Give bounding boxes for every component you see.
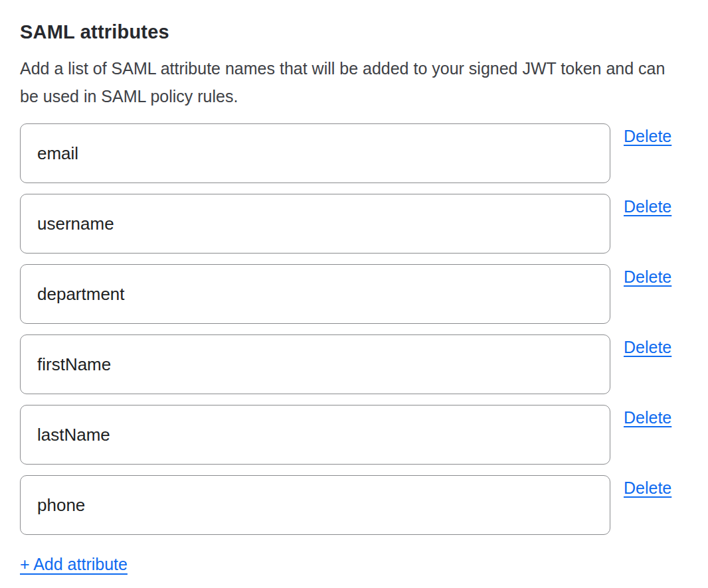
attribute-input[interactable] (20, 334, 610, 394)
attribute-row: Delete (20, 264, 688, 324)
attribute-row: Delete (20, 475, 688, 535)
delete-attribute-link[interactable]: Delete (624, 478, 671, 498)
delete-attribute-link[interactable]: Delete (624, 196, 671, 216)
attribute-input[interactable] (20, 194, 610, 254)
saml-attributes-section: SAML attributes Add a list of SAML attri… (0, 0, 708, 574)
attribute-row: Delete (20, 194, 688, 254)
attribute-input[interactable] (20, 475, 610, 535)
attribute-list: Delete Delete Delete Delete Delete Delet… (20, 123, 688, 535)
attribute-row: Delete (20, 334, 688, 394)
delete-attribute-link[interactable]: Delete (624, 267, 671, 287)
delete-attribute-link[interactable]: Delete (624, 126, 671, 146)
attribute-row: Delete (20, 123, 688, 183)
delete-attribute-link[interactable]: Delete (624, 337, 671, 357)
section-title: SAML attributes (20, 21, 688, 43)
attribute-row: Delete (20, 405, 688, 465)
add-attribute-link[interactable]: + Add attribute (20, 554, 128, 574)
attribute-input[interactable] (20, 123, 610, 183)
attribute-input[interactable] (20, 405, 610, 465)
section-description: Add a list of SAML attribute names that … (20, 54, 688, 110)
attribute-input[interactable] (20, 264, 610, 324)
delete-attribute-link[interactable]: Delete (624, 407, 671, 427)
